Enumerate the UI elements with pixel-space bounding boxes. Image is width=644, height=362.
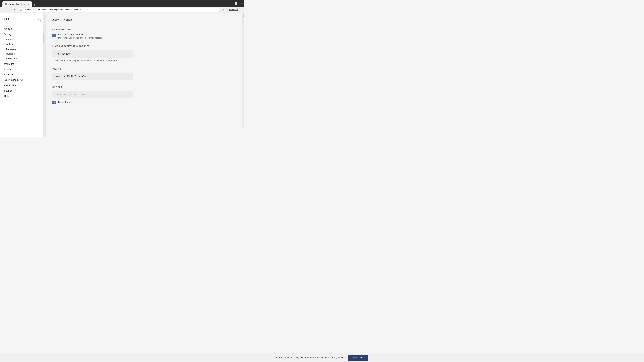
subscription-discount-dropdown[interactable]: First Payment ❳	[52, 50, 133, 58]
lock-icon: 🔒	[20, 9, 22, 11]
starts-date-value: November 25, 2023 at 4:03am	[56, 75, 87, 78]
sidebar: Un Website Selling Products Orders Disco…	[0, 13, 44, 137]
restore-button[interactable]: ⬜	[234, 2, 238, 5]
star-icon[interactable]: ☆	[222, 8, 224, 11]
active-tab[interactable]: My Mood Joy One ×	[2, 1, 32, 7]
sidebar-scrollbar-thumb[interactable]	[44, 33, 44, 43]
address-bar[interactable]: 🔒 gar-chrysalis.squarespace.com/config/c…	[18, 8, 221, 12]
sidebar-toggle-icon[interactable]: ⊡	[226, 8, 228, 11]
url-text: gar-chrysalis.squarespace.com/config/com…	[23, 8, 82, 11]
separator-scrollbar	[44, 13, 46, 137]
sidebar-navigation: Website Selling Products Orders Discount…	[0, 24, 44, 132]
sidebar-item-help[interactable]: Help	[0, 93, 44, 99]
sidebar-header: Un	[0, 13, 44, 24]
app-container: Un Website Selling Products Orders Disco…	[0, 13, 244, 137]
svg-point-1	[38, 18, 40, 20]
content-area: SAVE CANCEL CUSTOMER LIMIT ✓ Limit One P…	[46, 13, 244, 137]
svg-text:Un: Un	[5, 18, 8, 21]
tab-title: My Mood Joy One	[8, 3, 25, 5]
learn-more-link[interactable]: Learn more	[106, 59, 117, 62]
content-inner: SAVE CANCEL CUSTOMER LIMIT ✓ Limit One P…	[46, 13, 197, 124]
sidebar-item-settings[interactable]: Settings	[0, 88, 44, 93]
limit-one-label-group: Limit One Per Customer Discount can be u…	[58, 33, 103, 39]
save-button[interactable]: SAVE	[52, 18, 60, 22]
sidebar-item-acuity-scheduling[interactable]: Acuity Scheduling	[0, 77, 44, 83]
subscription-discounts-label: LIMIT SUBSCRIPTION DISCOUNTS	[52, 45, 190, 47]
back-button[interactable]: ←	[2, 8, 6, 11]
refresh-button[interactable]: ↻	[13, 8, 17, 11]
sidebar-item-asset-library[interactable]: Asset Library	[0, 83, 44, 88]
browser-tabs: My Mood Joy One × +	[2, 0, 37, 7]
browser-nav: ← → ↻ 🔒 gar-chrysalis.squarespace.com/co…	[0, 7, 244, 13]
starts-date-field[interactable]: November 25, 2023 at 4:03am	[52, 72, 133, 80]
sidebar-item-products[interactable]: Products	[0, 37, 44, 42]
search-button[interactable]	[38, 17, 41, 22]
sidebar-item-selling[interactable]: Selling	[0, 31, 44, 37]
starts-label: STARTS	[52, 68, 190, 70]
limit-one-label: Limit One Per Customer	[58, 33, 103, 36]
browser-chrome: My Mood Joy One × + — ⬜ ✕	[0, 0, 244, 7]
incognito-badge: Incognito	[229, 8, 238, 11]
main-scrollbar-thumb[interactable]	[242, 15, 244, 17]
sidebar-item-discounts[interactable]: Discounts	[0, 46, 44, 51]
scroll-up-arrow[interactable]: ▲	[242, 13, 244, 14]
forward-button[interactable]: →	[8, 8, 12, 11]
chevron-down-icon: ❳	[128, 52, 130, 55]
tab-favicon	[5, 3, 7, 5]
sidebar-item-marketing[interactable]: Marketing	[0, 61, 44, 66]
expires-label: EXPIRES	[52, 86, 190, 88]
more-options-icon[interactable]: ⋮	[240, 8, 242, 11]
never-expires-checkmark-icon: ✓	[53, 102, 55, 104]
limit-one-desc: Discount can be used once per email addr…	[58, 36, 103, 39]
starts-section: STARTS November 25, 2023 at 4:03am	[52, 68, 190, 80]
squarespace-logo[interactable]: Un	[3, 16, 10, 23]
sidebar-item-contacts[interactable]: Contacts	[0, 66, 44, 72]
expires-date-placeholder: December 2, 2023 at 11:59pm	[56, 93, 87, 96]
never-expires-label-group: Never Expires	[58, 101, 73, 104]
minimize-button[interactable]: —	[230, 2, 232, 5]
subscription-discount-description: This discount will only apply towards th…	[52, 59, 190, 62]
sidebar-scroll-down[interactable]: ▼	[0, 132, 44, 137]
sidebar-item-orders[interactable]: Orders	[0, 42, 44, 46]
expires-date-field[interactable]: December 2, 2023 at 11:59pm	[52, 91, 133, 98]
close-window-button[interactable]: ✕	[240, 2, 242, 5]
sidebar-item-selling-tools[interactable]: Selling Tools	[0, 56, 44, 61]
new-tab-button[interactable]: +	[32, 3, 37, 7]
never-expires-label: Never Expires	[58, 101, 73, 103]
svg-line-2	[40, 19, 41, 20]
sidebar-item-analytics[interactable]: Analytics	[0, 72, 44, 77]
never-expires-row: ✓ Never Expires	[52, 101, 190, 104]
browser-extras: ☆ ⊡ Incognito ⋮	[222, 8, 242, 11]
sidebar-item-website[interactable]: Website	[0, 26, 44, 31]
checkmark-icon: ✓	[53, 34, 55, 36]
customer-limit-label: CUSTOMER LIMIT	[52, 28, 190, 30]
limit-one-per-customer-row: ✓ Limit One Per Customer Discount can be…	[52, 33, 190, 39]
tab-close-button[interactable]: ×	[28, 3, 30, 5]
never-expires-checkbox[interactable]: ✓	[52, 101, 56, 104]
form-toolbar: SAVE CANCEL	[52, 17, 190, 22]
customer-limit-section: CUSTOMER LIMIT ✓ Limit One Per Customer …	[52, 28, 190, 39]
limit-one-checkbox[interactable]: ✓	[52, 33, 56, 37]
subscription-discounts-section: LIMIT SUBSCRIPTION DISCOUNTS First Payme…	[52, 45, 190, 62]
main-scrollbar: ▲	[242, 13, 244, 128]
cancel-button[interactable]: CANCEL	[64, 18, 74, 22]
expires-section: EXPIRES December 2, 2023 at 11:59pm ✓ Ne…	[52, 86, 190, 104]
sidebar-scrollbar	[43, 13, 44, 137]
dropdown-selected-value: First Payment	[56, 52, 70, 55]
sidebar-item-invoicing[interactable]: Invoicing	[0, 51, 44, 56]
separator-thumb	[45, 13, 46, 14]
